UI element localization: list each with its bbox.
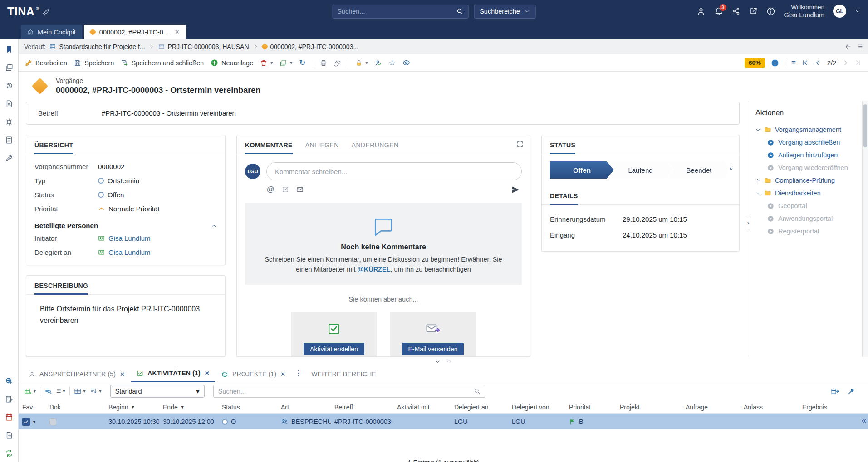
calendar-button[interactable] bbox=[5, 413, 13, 421]
chevron-down-icon[interactable]: ▾ bbox=[366, 60, 368, 65]
column-header-anfrage[interactable]: Anfrage bbox=[682, 404, 740, 411]
tools-button[interactable] bbox=[5, 154, 13, 162]
send-comment-button[interactable] bbox=[511, 185, 520, 194]
tab-anliegen[interactable]: ANLIEGEN bbox=[305, 141, 339, 154]
open-external-button[interactable] bbox=[749, 7, 758, 15]
bookmarks-button[interactable] bbox=[5, 45, 13, 53]
avatar[interactable]: GL bbox=[833, 5, 846, 18]
collapse-down-icon[interactable] bbox=[435, 359, 441, 365]
breadcrumb-item-vorgang[interactable]: 0000002, #PRJ-ITC-0000003... bbox=[262, 43, 359, 50]
action-vorgang-abschliessen[interactable]: Vorgang abschließen bbox=[767, 139, 859, 146]
dok-checkbox[interactable] bbox=[49, 418, 56, 425]
notes-button[interactable] bbox=[5, 395, 13, 403]
export-table-icon[interactable] bbox=[831, 387, 839, 395]
edit-button[interactable]: Bearbeiten bbox=[25, 59, 67, 67]
history-menu-icon[interactable]: ≡ bbox=[858, 42, 863, 51]
share-button[interactable] bbox=[732, 7, 740, 15]
delete-button[interactable]: ▾ bbox=[260, 59, 273, 67]
favorite-button[interactable]: ☆ bbox=[389, 58, 396, 68]
column-header-ende[interactable]: Ende▼ bbox=[159, 404, 218, 411]
column-header-anlass[interactable]: Anlass bbox=[740, 404, 799, 411]
create-activity-button[interactable]: Aktivität erstellen bbox=[304, 343, 364, 355]
close-tab-icon[interactable]: ✕ bbox=[175, 29, 180, 35]
column-header-dok[interactable]: Dok bbox=[46, 404, 105, 411]
history-button[interactable] bbox=[5, 82, 13, 90]
first-record-button[interactable] bbox=[802, 59, 809, 66]
action-anliegen-hinzufuegen[interactable]: Anliegen hinzufügen bbox=[767, 151, 859, 159]
new-record-button[interactable]: Neuanlage bbox=[211, 59, 253, 67]
column-header-ergebnis[interactable]: Ergebnis bbox=[799, 404, 868, 411]
notifications-button[interactable]: 3 bbox=[714, 7, 723, 16]
status-step-offen[interactable]: Offen bbox=[550, 161, 614, 179]
column-header-beginn[interactable]: Beginn▼ bbox=[105, 404, 159, 411]
layout-grid-button[interactable]: ▾ bbox=[74, 387, 86, 395]
mention-token[interactable]: @KÜRZEL bbox=[358, 266, 391, 273]
tab-mein-cockpit[interactable]: Mein Cockpit bbox=[21, 25, 82, 39]
panel-collapse-handle[interactable]: › bbox=[745, 216, 751, 229]
column-header-prioritaet[interactable]: Priorität bbox=[565, 404, 616, 411]
previous-record-button[interactable] bbox=[814, 59, 821, 66]
chevron-down-icon[interactable]: ▾ bbox=[99, 389, 102, 394]
action-vorgang-wiedereroeffnen[interactable]: Vorgang wiedereröffnen bbox=[767, 164, 859, 171]
document-search-button[interactable] bbox=[5, 100, 13, 108]
tab-aenderungen[interactable]: ÄNDERUNGEN bbox=[352, 141, 399, 154]
view-menu-button[interactable]: ≡ ▾ bbox=[56, 386, 65, 396]
attachments-button[interactable] bbox=[334, 59, 341, 67]
column-header-projekt[interactable]: Projekt bbox=[616, 404, 682, 411]
comment-input[interactable] bbox=[266, 162, 522, 180]
breadcrumb-item-search[interactable]: Standardsuche für Projekte f... bbox=[49, 43, 145, 50]
close-tab-icon[interactable]: ✕ bbox=[205, 370, 210, 377]
global-search-box[interactable] bbox=[332, 5, 468, 19]
print-button[interactable] bbox=[320, 59, 327, 67]
chevron-down-icon[interactable]: ▾ bbox=[63, 389, 65, 394]
group-compliance-pruefung[interactable]: Compliance-Prüfung bbox=[755, 177, 859, 184]
new-activity-button[interactable]: ▾ bbox=[24, 387, 36, 395]
beteiligte-personen-header[interactable]: Beteiligte Personen bbox=[34, 222, 217, 229]
status-step-laufend[interactable]: Laufend bbox=[608, 161, 672, 179]
info-filled-icon[interactable] bbox=[771, 59, 779, 67]
status-step-beendet[interactable]: Beendet bbox=[667, 161, 731, 179]
list-search-box[interactable] bbox=[213, 385, 485, 398]
save-close-button[interactable]: Speichern und schließen bbox=[121, 59, 204, 67]
sync-button[interactable] bbox=[5, 449, 13, 457]
column-header-aktivitaet-mit[interactable]: Aktivität mit bbox=[393, 404, 451, 411]
stack-button[interactable] bbox=[5, 63, 13, 72]
search-scope-dropdown[interactable]: Suchbereiche bbox=[474, 5, 536, 19]
betreff-value[interactable]: #PRJ-ITC-0000003 - Ortstermin vereinbare… bbox=[102, 109, 236, 117]
fullscreen-icon[interactable] bbox=[516, 141, 524, 148]
column-header-delegiert-an[interactable]: Delegiert an bbox=[451, 404, 508, 411]
save-button[interactable]: Speichern bbox=[74, 59, 114, 67]
tab-record[interactable]: 0000002, #PRJ-ITC-0... ✕ bbox=[84, 25, 186, 39]
watch-button[interactable] bbox=[402, 59, 410, 67]
progress-badge[interactable]: 60% bbox=[745, 58, 765, 68]
mail-icon[interactable] bbox=[296, 186, 304, 193]
scrollbar-thumb[interactable] bbox=[863, 104, 867, 147]
chevron-down-icon[interactable]: ▾ bbox=[83, 389, 86, 394]
document-export-button[interactable] bbox=[5, 431, 13, 439]
more-tabs-icon[interactable]: ⋮ bbox=[292, 368, 305, 382]
close-tab-icon[interactable]: ✕ bbox=[280, 371, 285, 378]
geoportal-button[interactable] bbox=[5, 377, 13, 385]
contacts-button[interactable] bbox=[696, 7, 706, 16]
diagonal-collapse-icon[interactable] bbox=[728, 164, 736, 172]
chevron-down-icon[interactable]: ▾ bbox=[290, 60, 292, 65]
collapse-panel-icon[interactable]: « bbox=[862, 416, 866, 425]
collapse-chevron-up-icon[interactable] bbox=[211, 223, 217, 229]
group-sort-button[interactable]: ▾ bbox=[90, 387, 102, 395]
last-record-button[interactable] bbox=[855, 59, 862, 66]
person-link[interactable]: Gisa Lundlum bbox=[108, 234, 151, 242]
mention-icon[interactable]: @ bbox=[267, 185, 275, 194]
column-header-betreff[interactable]: Betreff bbox=[331, 404, 393, 411]
forms-button[interactable] bbox=[5, 136, 13, 144]
column-header-status[interactable]: Status bbox=[218, 404, 277, 411]
chevron-down-icon[interactable]: ▾ bbox=[270, 60, 273, 65]
column-header-fav[interactable]: Fav. bbox=[19, 404, 46, 411]
column-header-art[interactable]: Art bbox=[277, 404, 331, 411]
action-registerportal[interactable]: Registerportal bbox=[767, 228, 859, 235]
group-vorgangsmanagement[interactable]: Vorgangsmanagement bbox=[755, 126, 859, 133]
menu-button[interactable]: ≡ bbox=[791, 58, 796, 68]
search-icon[interactable] bbox=[456, 8, 463, 15]
lock-button[interactable]: ▾ bbox=[355, 59, 368, 67]
person-link[interactable]: Gisa Lundlum bbox=[108, 248, 151, 256]
search-in-list-button[interactable] bbox=[44, 387, 52, 395]
